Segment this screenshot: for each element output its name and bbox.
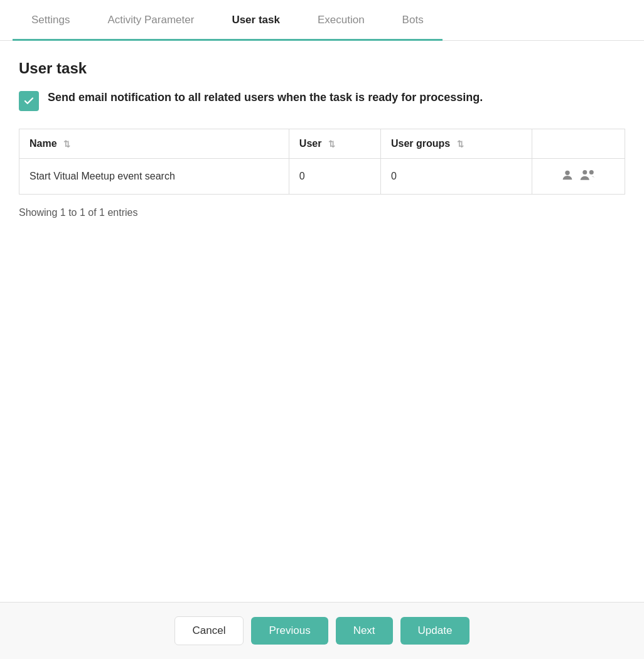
cell-actions [532,159,625,195]
col-header-user-groups: User groups ⇅ [380,129,532,159]
col-header-name: Name ⇅ [19,129,289,159]
svg-point-0 [565,170,569,174]
footer: Cancel Previous Next Update [0,602,644,659]
checkmark-icon [23,95,35,107]
cell-name: Start Vitual Meetup event search [19,159,289,195]
sort-user-icon[interactable]: ⇅ [328,139,335,149]
tab-bots[interactable]: Bots [384,0,443,40]
pagination-info: Showing 1 to 1 of 1 entries [19,207,625,244]
tab-activity-parameter[interactable]: Activity Parameter [89,0,213,40]
sort-user-groups-icon[interactable]: ⇅ [457,139,464,149]
col-header-actions [532,129,625,159]
user-task-table: Name ⇅ User ⇅ User groups ⇅ Start Vitual… [19,129,625,195]
assign-user-icon[interactable] [561,168,574,185]
cell-user: 0 [289,159,380,195]
svg-point-2 [589,170,593,174]
sort-name-icon[interactable]: ⇅ [63,139,70,149]
email-notification-checkbox[interactable] [19,91,39,111]
tab-settings[interactable]: Settings [13,0,89,40]
tabs-container: Settings Activity Parameter User task Ex… [0,0,644,41]
tab-user-task[interactable]: User task [213,0,299,40]
notification-label: Send email notification to all related u… [48,90,483,105]
main-content: User task Send email notification to all… [0,41,644,244]
page-title: User task [19,60,625,77]
table-row: Start Vitual Meetup event search00 [19,159,625,195]
next-button[interactable]: Next [336,617,393,645]
assign-user-group-icon[interactable] [579,168,597,185]
update-button[interactable]: Update [400,617,470,645]
svg-point-1 [582,170,587,174]
previous-button[interactable]: Previous [251,617,328,645]
col-header-user: User ⇅ [289,129,380,159]
notification-row: Send email notification to all related u… [19,90,625,111]
cancel-button[interactable]: Cancel [174,616,244,645]
cell-user-groups: 0 [380,159,532,195]
tab-execution[interactable]: Execution [299,0,384,40]
